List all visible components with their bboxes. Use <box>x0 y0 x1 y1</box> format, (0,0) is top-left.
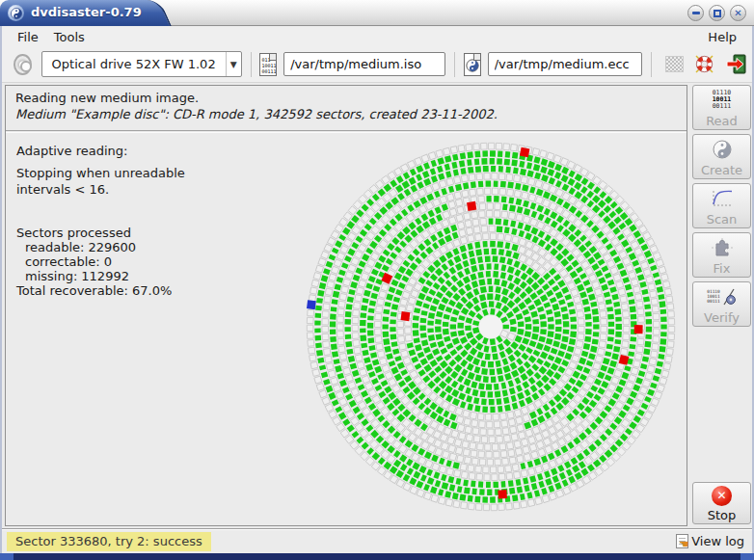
chevron-down-icon[interactable]: ▼ <box>226 52 241 76</box>
info-heading: Adaptive reading: <box>16 144 277 158</box>
log-document-icon: ☚ <box>676 534 688 548</box>
scan-button[interactable]: Scan <box>692 183 751 228</box>
reading-info-panel: Adaptive reading: Stopping when unreadab… <box>16 144 277 298</box>
ecc-file-icon <box>464 53 481 76</box>
help-lifebelt-icon <box>693 53 715 75</box>
minimize-button[interactable]: − <box>687 5 704 21</box>
pointing-hand-icon: ☚ <box>679 538 691 550</box>
quit-icon <box>725 53 747 75</box>
app-icon <box>8 5 24 21</box>
drive-select[interactable]: Optical drive 52X FW 1.02 ▼ <box>41 51 242 77</box>
status-message-line2: Medium "Example disc": CD-R mode 1, 3425… <box>15 106 677 122</box>
sectors-row-readable: readable:229600 <box>16 240 277 254</box>
stop-button[interactable]: ✕ Stop <box>692 482 751 524</box>
binary-sector-icon: 011101001100111 <box>713 90 732 110</box>
disc-spiral-visualization <box>298 134 684 520</box>
window-border-bottom <box>0 553 754 560</box>
sectors-row-missing: missing:112992 <box>16 269 277 283</box>
menu-tools[interactable]: Tools <box>46 29 93 45</box>
cd-drive-icon <box>13 54 32 75</box>
menu-file[interactable]: File <box>10 29 46 45</box>
titlebar: dvdisaster-0.79 − □ ✕ <box>0 0 754 26</box>
binary-check-icon: 011101001100111 <box>693 282 750 310</box>
status-message-line1: Reading new medium image. <box>15 90 677 106</box>
yin-yang-icon <box>11 8 22 19</box>
verify-button[interactable]: 011101001100111 Verify <box>692 281 751 327</box>
info-stopping-line1: Stopping when unreadable <box>16 165 277 181</box>
minimize-icon: − <box>692 12 700 14</box>
yin-yang-icon <box>466 59 479 72</box>
maximize-icon: □ <box>714 10 721 17</box>
iso-file-icon: 0111001100111 <box>259 53 277 76</box>
puzzle-icon <box>693 233 750 261</box>
action-sidebar: 011101001100111 Read Create Scan <box>692 85 751 526</box>
window-title: dvdisaster-0.79 <box>31 5 142 19</box>
toolbar-separator <box>251 52 252 77</box>
quit-button[interactable] <box>725 53 747 76</box>
preferences-button-disabled[interactable] <box>665 53 684 76</box>
view-log-button[interactable]: ☚ View log <box>676 534 744 548</box>
yin-yang-icon <box>693 135 750 163</box>
sectors-total: Total recoverable: 67.0% <box>16 283 277 298</box>
status-message: Sector 333680, try 2: success <box>7 532 211 551</box>
close-button[interactable]: ✕ <box>730 5 746 21</box>
ecc-file-input[interactable] <box>488 52 642 76</box>
sectors-row-correctable: correctable:0 <box>16 254 277 269</box>
menu-help[interactable]: Help <box>700 29 744 45</box>
image-file-input[interactable] <box>283 52 445 76</box>
main-panel: Reading new medium image. Medium "Exampl… <box>5 85 687 526</box>
separator <box>6 130 687 133</box>
toolbar-separator <box>454 52 455 77</box>
sectors-title: Sectors processed <box>16 226 277 240</box>
create-button[interactable]: Create <box>692 134 751 179</box>
info-stopping-line2: intervals < 16. <box>16 181 277 198</box>
maximize-button[interactable]: □ <box>709 5 725 21</box>
window-border-left <box>0 26 2 553</box>
help-button[interactable] <box>693 53 715 76</box>
toolbar-separator <box>651 52 652 77</box>
preferences-icon-disabled <box>665 56 684 72</box>
stop-x-icon: ✕ <box>712 486 732 506</box>
view-log-label: View log <box>691 534 744 548</box>
toolbar: Optical drive 52X FW 1.02 ▼ 011100110011… <box>2 46 752 83</box>
sectors-processed: Sectors processed readable:229600 correc… <box>16 226 277 298</box>
statusbar: Sector 333680, try 2: success ☚ View log <box>2 528 752 553</box>
close-icon: ✕ <box>734 9 741 18</box>
speed-curve-icon <box>693 184 750 212</box>
status-message-panel: Reading new medium image. Medium "Exampl… <box>6 86 687 127</box>
menubar: File Tools Help <box>2 27 752 46</box>
drive-select-value: Optical drive 52X FW 1.02 <box>42 57 226 71</box>
read-button[interactable]: 011101001100111 Read <box>692 85 751 130</box>
fix-button[interactable]: Fix <box>692 232 751 278</box>
